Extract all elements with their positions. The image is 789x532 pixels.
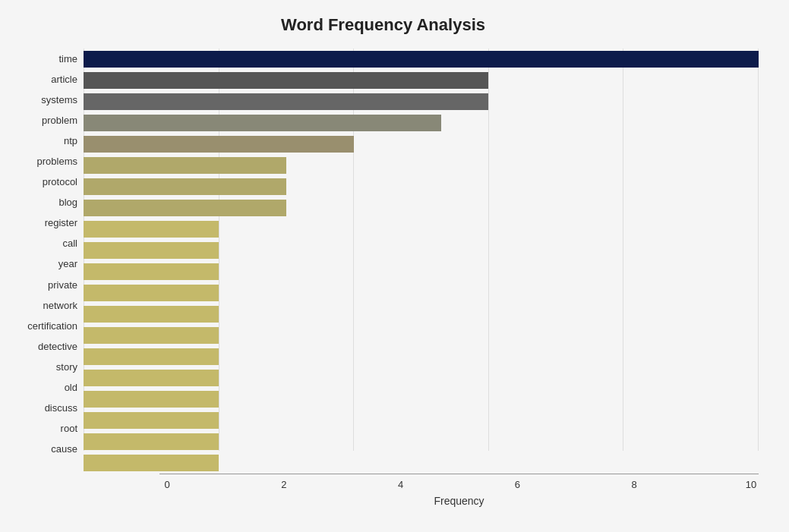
bar: [84, 157, 286, 174]
bar: [84, 51, 759, 68]
x-axis: 0246810: [159, 474, 759, 490]
bar: [84, 178, 286, 195]
bar-row: [84, 155, 759, 176]
bar-row: [84, 325, 759, 346]
bar: [84, 242, 219, 259]
bar-row: [84, 282, 759, 304]
y-label: call: [62, 233, 77, 253]
bar-row: [84, 91, 759, 112]
bar: [84, 433, 219, 450]
bar: [84, 115, 441, 131]
bar: [84, 221, 219, 238]
bar-row: [84, 410, 759, 431]
y-label: cause: [51, 439, 77, 459]
y-label: problems: [37, 151, 77, 172]
bar: [84, 327, 219, 344]
bar: [84, 455, 219, 471]
bar-row: [84, 389, 759, 410]
bar-row: [84, 197, 759, 219]
bar: [84, 93, 488, 110]
y-axis: timearticlesystemsproblemntpproblemsprot…: [8, 49, 84, 459]
bar-row: [84, 367, 759, 389]
bar: [84, 200, 286, 216]
y-label: problem: [42, 110, 77, 131]
bar-row: [84, 240, 759, 261]
bar-row: [84, 219, 759, 240]
bar-row: [84, 346, 759, 367]
bar: [84, 306, 219, 323]
bar-row: [84, 112, 759, 134]
chart-area: timearticlesystemsproblemntpproblemsprot…: [8, 49, 759, 459]
bar: [84, 348, 219, 365]
bar-row: [84, 49, 759, 70]
x-tick: 6: [510, 479, 525, 490]
y-label: certification: [27, 316, 77, 336]
chart-container: Word Frequency Analysis timearticlesyste…: [0, 0, 789, 532]
y-label: register: [45, 212, 77, 233]
y-label: old: [65, 377, 77, 398]
y-label: protocol: [43, 172, 77, 192]
bar: [84, 285, 219, 301]
bar-row: [84, 261, 759, 282]
bar: [84, 263, 219, 280]
x-tick: 10: [743, 479, 759, 490]
bar: [84, 136, 354, 153]
y-label: root: [61, 418, 77, 439]
y-label: private: [48, 275, 77, 295]
x-axis-label: Frequency: [159, 495, 759, 507]
plot-area: [84, 49, 759, 474]
bar: [84, 391, 219, 408]
bar-row: [84, 176, 759, 197]
bar: [84, 370, 219, 386]
y-label: ntp: [64, 131, 77, 151]
bar-row: [84, 431, 759, 452]
bar-row: [84, 70, 759, 91]
y-label: year: [58, 253, 77, 274]
bar: [84, 412, 219, 429]
y-label: time: [58, 49, 77, 69]
x-tick: 2: [276, 479, 292, 490]
y-label: article: [51, 69, 77, 90]
y-label: detective: [38, 336, 77, 357]
y-label: systems: [41, 90, 77, 110]
x-tick: 0: [159, 479, 175, 490]
bar-row: [84, 452, 759, 474]
y-label: discuss: [45, 398, 77, 418]
x-tick: 4: [393, 479, 409, 490]
y-label: story: [56, 357, 77, 377]
bottom-section: 0246810 Frequency: [84, 474, 759, 507]
bar-row: [84, 134, 759, 155]
chart-title: Word Frequency Analysis: [8, 15, 759, 35]
y-label: blog: [58, 192, 77, 212]
x-tick: 8: [626, 479, 642, 490]
bar: [84, 72, 488, 89]
bar-row: [84, 304, 759, 325]
y-label: network: [43, 295, 77, 316]
